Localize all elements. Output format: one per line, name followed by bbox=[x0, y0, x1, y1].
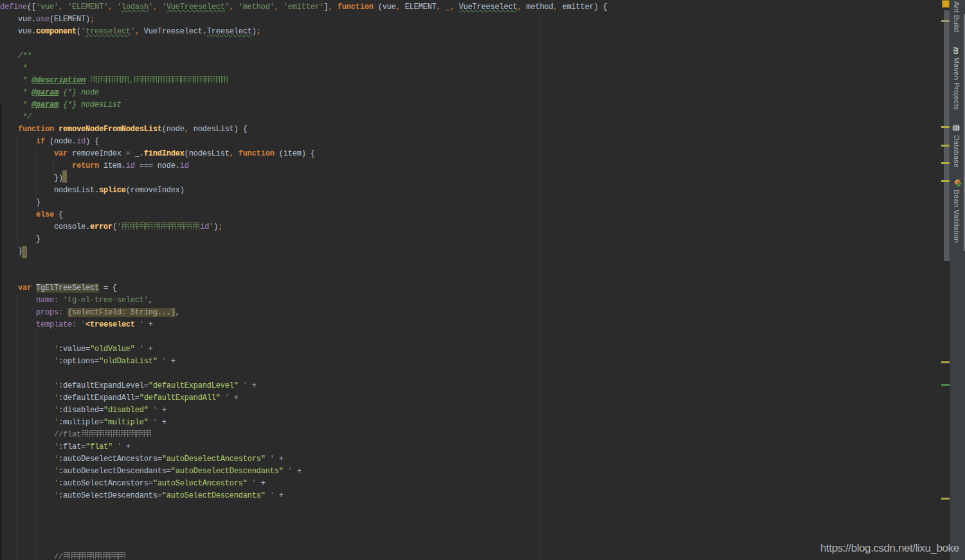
svg-text:m: m bbox=[952, 47, 960, 55]
